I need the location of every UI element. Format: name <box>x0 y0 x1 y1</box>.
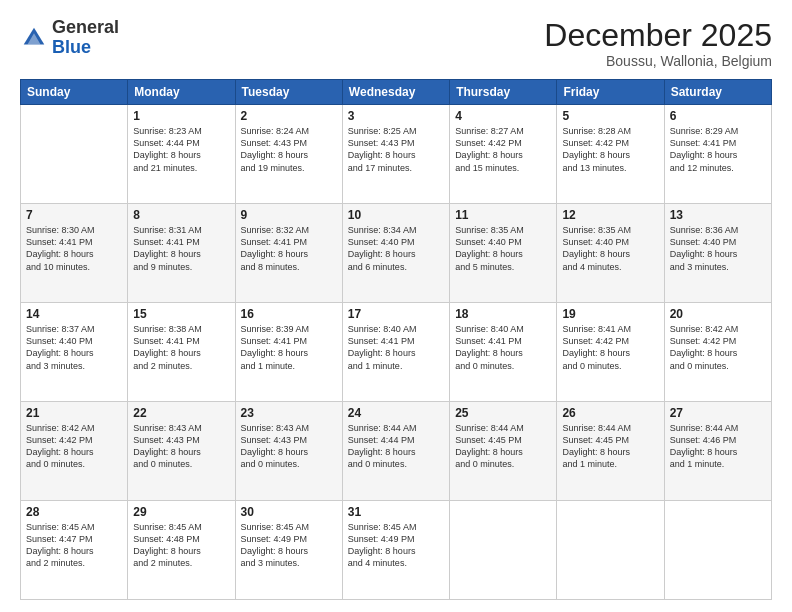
cell-details: Sunrise: 8:40 AM Sunset: 4:41 PM Dayligh… <box>348 323 444 372</box>
cell-details: Sunrise: 8:23 AM Sunset: 4:44 PM Dayligh… <box>133 125 229 174</box>
calendar-cell: 27Sunrise: 8:44 AM Sunset: 4:46 PM Dayli… <box>664 402 771 501</box>
day-number: 11 <box>455 208 551 222</box>
cell-details: Sunrise: 8:42 AM Sunset: 4:42 PM Dayligh… <box>26 422 122 471</box>
cell-details: Sunrise: 8:43 AM Sunset: 4:43 PM Dayligh… <box>241 422 337 471</box>
cell-details: Sunrise: 8:42 AM Sunset: 4:42 PM Dayligh… <box>670 323 766 372</box>
weekday-header-wednesday: Wednesday <box>342 80 449 105</box>
weekday-header-thursday: Thursday <box>450 80 557 105</box>
calendar-header: SundayMondayTuesdayWednesdayThursdayFrid… <box>21 80 772 105</box>
calendar-cell <box>664 501 771 600</box>
calendar-week-3: 14Sunrise: 8:37 AM Sunset: 4:40 PM Dayli… <box>21 303 772 402</box>
calendar-cell: 20Sunrise: 8:42 AM Sunset: 4:42 PM Dayli… <box>664 303 771 402</box>
cell-details: Sunrise: 8:35 AM Sunset: 4:40 PM Dayligh… <box>562 224 658 273</box>
weekday-header-friday: Friday <box>557 80 664 105</box>
logo-text: General Blue <box>52 18 119 58</box>
title-block: December 2025 Boussu, Wallonia, Belgium <box>544 18 772 69</box>
cell-details: Sunrise: 8:29 AM Sunset: 4:41 PM Dayligh… <box>670 125 766 174</box>
cell-details: Sunrise: 8:37 AM Sunset: 4:40 PM Dayligh… <box>26 323 122 372</box>
calendar-cell: 13Sunrise: 8:36 AM Sunset: 4:40 PM Dayli… <box>664 204 771 303</box>
weekday-header-monday: Monday <box>128 80 235 105</box>
cell-details: Sunrise: 8:36 AM Sunset: 4:40 PM Dayligh… <box>670 224 766 273</box>
day-number: 24 <box>348 406 444 420</box>
calendar-cell <box>557 501 664 600</box>
day-number: 9 <box>241 208 337 222</box>
cell-details: Sunrise: 8:35 AM Sunset: 4:40 PM Dayligh… <box>455 224 551 273</box>
day-number: 23 <box>241 406 337 420</box>
calendar-cell: 12Sunrise: 8:35 AM Sunset: 4:40 PM Dayli… <box>557 204 664 303</box>
day-number: 17 <box>348 307 444 321</box>
cell-details: Sunrise: 8:45 AM Sunset: 4:49 PM Dayligh… <box>241 521 337 570</box>
calendar-cell: 21Sunrise: 8:42 AM Sunset: 4:42 PM Dayli… <box>21 402 128 501</box>
day-number: 2 <box>241 109 337 123</box>
weekday-header-sunday: Sunday <box>21 80 128 105</box>
day-number: 14 <box>26 307 122 321</box>
day-number: 26 <box>562 406 658 420</box>
cell-details: Sunrise: 8:39 AM Sunset: 4:41 PM Dayligh… <box>241 323 337 372</box>
calendar-cell: 25Sunrise: 8:44 AM Sunset: 4:45 PM Dayli… <box>450 402 557 501</box>
calendar-cell: 7Sunrise: 8:30 AM Sunset: 4:41 PM Daylig… <box>21 204 128 303</box>
calendar-cell: 30Sunrise: 8:45 AM Sunset: 4:49 PM Dayli… <box>235 501 342 600</box>
day-number: 7 <box>26 208 122 222</box>
calendar-week-4: 21Sunrise: 8:42 AM Sunset: 4:42 PM Dayli… <box>21 402 772 501</box>
cell-details: Sunrise: 8:32 AM Sunset: 4:41 PM Dayligh… <box>241 224 337 273</box>
cell-details: Sunrise: 8:31 AM Sunset: 4:41 PM Dayligh… <box>133 224 229 273</box>
calendar-cell: 2Sunrise: 8:24 AM Sunset: 4:43 PM Daylig… <box>235 105 342 204</box>
cell-details: Sunrise: 8:44 AM Sunset: 4:45 PM Dayligh… <box>455 422 551 471</box>
logo-general: General <box>52 17 119 37</box>
day-number: 18 <box>455 307 551 321</box>
cell-details: Sunrise: 8:38 AM Sunset: 4:41 PM Dayligh… <box>133 323 229 372</box>
day-number: 20 <box>670 307 766 321</box>
calendar-table: SundayMondayTuesdayWednesdayThursdayFrid… <box>20 79 772 600</box>
calendar-cell: 19Sunrise: 8:41 AM Sunset: 4:42 PM Dayli… <box>557 303 664 402</box>
calendar-cell: 4Sunrise: 8:27 AM Sunset: 4:42 PM Daylig… <box>450 105 557 204</box>
cell-details: Sunrise: 8:45 AM Sunset: 4:48 PM Dayligh… <box>133 521 229 570</box>
cell-details: Sunrise: 8:45 AM Sunset: 4:49 PM Dayligh… <box>348 521 444 570</box>
calendar-week-5: 28Sunrise: 8:45 AM Sunset: 4:47 PM Dayli… <box>21 501 772 600</box>
calendar-cell: 18Sunrise: 8:40 AM Sunset: 4:41 PM Dayli… <box>450 303 557 402</box>
day-number: 6 <box>670 109 766 123</box>
calendar-cell: 8Sunrise: 8:31 AM Sunset: 4:41 PM Daylig… <box>128 204 235 303</box>
calendar-cell: 17Sunrise: 8:40 AM Sunset: 4:41 PM Dayli… <box>342 303 449 402</box>
cell-details: Sunrise: 8:43 AM Sunset: 4:43 PM Dayligh… <box>133 422 229 471</box>
day-number: 15 <box>133 307 229 321</box>
day-number: 13 <box>670 208 766 222</box>
location-subtitle: Boussu, Wallonia, Belgium <box>544 53 772 69</box>
day-number: 12 <box>562 208 658 222</box>
calendar-cell: 1Sunrise: 8:23 AM Sunset: 4:44 PM Daylig… <box>128 105 235 204</box>
cell-details: Sunrise: 8:34 AM Sunset: 4:40 PM Dayligh… <box>348 224 444 273</box>
header: General Blue December 2025 Boussu, Wallo… <box>20 18 772 69</box>
calendar-cell: 26Sunrise: 8:44 AM Sunset: 4:45 PM Dayli… <box>557 402 664 501</box>
day-number: 16 <box>241 307 337 321</box>
calendar-cell: 29Sunrise: 8:45 AM Sunset: 4:48 PM Dayli… <box>128 501 235 600</box>
day-number: 8 <box>133 208 229 222</box>
day-number: 25 <box>455 406 551 420</box>
calendar-cell: 31Sunrise: 8:45 AM Sunset: 4:49 PM Dayli… <box>342 501 449 600</box>
calendar-cell: 24Sunrise: 8:44 AM Sunset: 4:44 PM Dayli… <box>342 402 449 501</box>
day-number: 5 <box>562 109 658 123</box>
cell-details: Sunrise: 8:45 AM Sunset: 4:47 PM Dayligh… <box>26 521 122 570</box>
calendar-cell: 5Sunrise: 8:28 AM Sunset: 4:42 PM Daylig… <box>557 105 664 204</box>
cell-details: Sunrise: 8:41 AM Sunset: 4:42 PM Dayligh… <box>562 323 658 372</box>
logo-blue: Blue <box>52 37 91 57</box>
day-number: 31 <box>348 505 444 519</box>
cell-details: Sunrise: 8:44 AM Sunset: 4:44 PM Dayligh… <box>348 422 444 471</box>
logo-icon <box>20 24 48 52</box>
cell-details: Sunrise: 8:28 AM Sunset: 4:42 PM Dayligh… <box>562 125 658 174</box>
day-number: 4 <box>455 109 551 123</box>
page: General Blue December 2025 Boussu, Wallo… <box>0 0 792 612</box>
calendar-cell: 6Sunrise: 8:29 AM Sunset: 4:41 PM Daylig… <box>664 105 771 204</box>
cell-details: Sunrise: 8:25 AM Sunset: 4:43 PM Dayligh… <box>348 125 444 174</box>
cell-details: Sunrise: 8:44 AM Sunset: 4:46 PM Dayligh… <box>670 422 766 471</box>
weekday-header-row: SundayMondayTuesdayWednesdayThursdayFrid… <box>21 80 772 105</box>
calendar-week-2: 7Sunrise: 8:30 AM Sunset: 4:41 PM Daylig… <box>21 204 772 303</box>
cell-details: Sunrise: 8:30 AM Sunset: 4:41 PM Dayligh… <box>26 224 122 273</box>
day-number: 22 <box>133 406 229 420</box>
cell-details: Sunrise: 8:40 AM Sunset: 4:41 PM Dayligh… <box>455 323 551 372</box>
calendar-cell: 10Sunrise: 8:34 AM Sunset: 4:40 PM Dayli… <box>342 204 449 303</box>
day-number: 29 <box>133 505 229 519</box>
month-title: December 2025 <box>544 18 772 53</box>
calendar-body: 1Sunrise: 8:23 AM Sunset: 4:44 PM Daylig… <box>21 105 772 600</box>
calendar-cell: 28Sunrise: 8:45 AM Sunset: 4:47 PM Dayli… <box>21 501 128 600</box>
cell-details: Sunrise: 8:44 AM Sunset: 4:45 PM Dayligh… <box>562 422 658 471</box>
calendar-cell: 22Sunrise: 8:43 AM Sunset: 4:43 PM Dayli… <box>128 402 235 501</box>
